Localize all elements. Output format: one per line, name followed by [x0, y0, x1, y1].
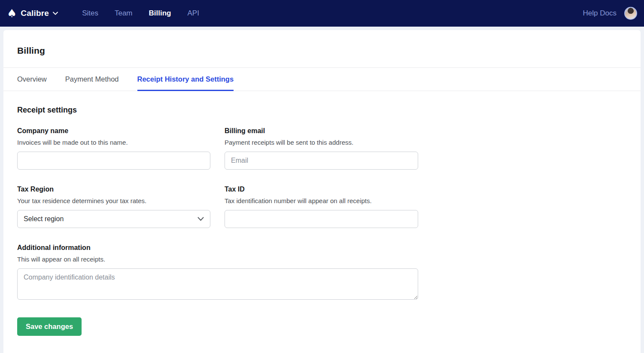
avatar[interactable] — [624, 7, 637, 20]
field-billing-email: Billing email Payment receipts will be s… — [225, 127, 418, 170]
receipt-settings-form: Company name Invoices will be made out t… — [17, 127, 418, 300]
company-name-help: Invoices will be made out to this name. — [17, 139, 210, 146]
billing-email-input[interactable] — [225, 152, 418, 170]
billing-card: Billing Overview Payment Method Receipt … — [3, 30, 641, 353]
company-name-input[interactable] — [17, 152, 210, 170]
nav-item-api[interactable]: API — [187, 9, 199, 18]
tab-payment-method[interactable]: Payment Method — [65, 68, 119, 91]
tax-region-selected-value: Select region — [24, 215, 64, 223]
tax-id-input[interactable] — [225, 210, 418, 228]
nav-item-sites[interactable]: Sites — [82, 9, 98, 18]
additional-information-textarea[interactable] — [17, 268, 418, 300]
nav-item-billing[interactable]: Billing — [149, 9, 171, 18]
card-header: Billing — [3, 30, 641, 68]
save-changes-button[interactable]: Save changes — [17, 317, 82, 336]
section-heading: Receipt settings — [17, 106, 627, 115]
navbar-right: Help Docs — [583, 7, 637, 20]
brand-menu[interactable]: ♠ Calibre — [7, 8, 58, 19]
tax-id-help: Tax identification number will appear on… — [225, 197, 418, 204]
top-navbar: ♠ Calibre Sites Team Billing API Help Do… — [0, 0, 644, 27]
billing-tabs: Overview Payment Method Receipt History … — [3, 68, 641, 91]
tab-overview[interactable]: Overview — [17, 68, 47, 91]
chevron-down-icon — [197, 217, 204, 221]
chevron-down-icon — [53, 12, 58, 15]
additional-information-help: This will appear on all receipts. — [17, 256, 418, 263]
billing-email-help: Payment receipts will be sent to this ad… — [225, 139, 418, 146]
tax-id-label: Tax ID — [225, 186, 418, 193]
primary-nav: Sites Team Billing API — [82, 9, 199, 18]
tax-region-help: Your tax residence determines your tax r… — [17, 197, 210, 204]
tax-region-label: Tax Region — [17, 186, 210, 193]
additional-information-label: Additional information — [17, 244, 418, 252]
tab-receipt-history-settings[interactable]: Receipt History and Settings — [137, 68, 234, 91]
tax-region-select[interactable]: Select region — [17, 210, 210, 228]
company-name-label: Company name — [17, 127, 210, 135]
page-title: Billing — [17, 46, 627, 56]
field-additional-information: Additional information This will appear … — [17, 244, 418, 300]
field-company-name: Company name Invoices will be made out t… — [17, 127, 210, 170]
field-tax-id: Tax ID Tax identification number will ap… — [225, 186, 418, 228]
field-tax-region: Tax Region Your tax residence determines… — [17, 186, 210, 228]
help-docs-link[interactable]: Help Docs — [583, 9, 617, 18]
nav-item-team[interactable]: Team — [115, 9, 133, 18]
spade-icon: ♠ — [7, 8, 17, 19]
brand-name: Calibre — [21, 9, 49, 18]
receipt-settings-section: Receipt settings Company name Invoices w… — [3, 91, 641, 349]
billing-email-label: Billing email — [225, 127, 418, 135]
